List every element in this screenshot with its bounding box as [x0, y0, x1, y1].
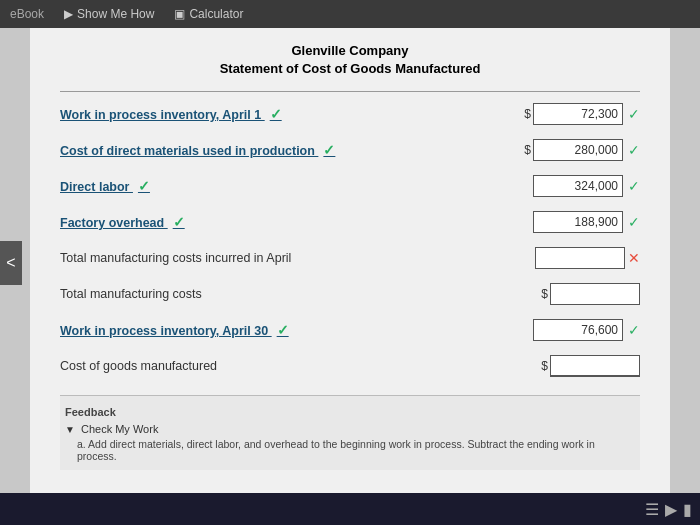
- wip-april30-input-check[interactable]: ✓: [628, 322, 640, 338]
- direct-materials-check[interactable]: ✓: [323, 142, 335, 158]
- wip-april1-input[interactable]: [533, 103, 623, 125]
- triangle-icon: ▼: [65, 424, 75, 435]
- cost-goods-manufactured-row: Cost of goods manufactured $: [60, 352, 640, 380]
- direct-labor-label: Direct labor ✓: [60, 178, 531, 194]
- company-name: Glenville Company: [60, 43, 640, 58]
- wip-april30-input[interactable]: [533, 319, 623, 341]
- factory-overhead-input[interactable]: [533, 211, 623, 233]
- total-mfg-costs-dollar: $: [541, 287, 548, 301]
- taskbar: ☰ ▶ ▮: [0, 493, 700, 525]
- cost-goods-manufactured-input-group: $: [541, 355, 640, 377]
- wip-april1-row: Work in process inventory, April 1 ✓ $ ✓: [60, 100, 640, 128]
- direct-labor-input-group: ✓: [531, 175, 640, 197]
- direct-labor-check[interactable]: ✓: [138, 178, 150, 194]
- wip-april30-label: Work in process inventory, April 30 ✓: [60, 322, 533, 338]
- direct-labor-input-check[interactable]: ✓: [628, 178, 640, 194]
- total-mfg-costs-label: Total manufacturing costs: [60, 287, 541, 301]
- wip-april30-input-group: ✓: [533, 319, 640, 341]
- check-my-work[interactable]: ▼ Check My Work: [65, 423, 635, 435]
- taskbar-network-icon: ☰: [645, 500, 659, 519]
- wip-april1-label: Work in process inventory, April 1 ✓: [60, 106, 524, 122]
- direct-labor-row: Direct labor ✓ ✓: [60, 172, 640, 200]
- factory-overhead-input-group: ✓: [533, 211, 640, 233]
- cost-goods-manufactured-dollar: $: [541, 359, 548, 373]
- toolbar: eBook ▶ Show Me How ▣ Calculator: [0, 0, 700, 28]
- total-mfg-incurred-row: Total manufacturing costs incurred in Ap…: [60, 244, 640, 272]
- taskbar-volume-icon: ▶: [665, 500, 677, 519]
- wip-april1-input-group: $ ✓: [524, 103, 640, 125]
- taskbar-battery-icon: ▮: [683, 500, 692, 519]
- direct-materials-label: Cost of direct materials used in product…: [60, 142, 524, 158]
- cost-goods-manufactured-label: Cost of goods manufactured: [60, 359, 541, 373]
- total-mfg-incurred-input[interactable]: [535, 247, 625, 269]
- feedback-section: Feedback ▼ Check My Work a. Add direct m…: [60, 395, 640, 470]
- video-icon: ▶: [64, 7, 73, 21]
- statement-title: Statement of Cost of Goods Manufactured: [60, 61, 640, 76]
- wip-april1-check[interactable]: ✓: [270, 106, 282, 122]
- main-content: Glenville Company Statement of Cost of G…: [30, 28, 670, 525]
- direct-materials-input[interactable]: [533, 139, 623, 161]
- total-mfg-costs-row: Total manufacturing costs $: [60, 280, 640, 308]
- total-mfg-costs-input[interactable]: [550, 283, 640, 305]
- feedback-title: Feedback: [65, 406, 635, 418]
- calculator-button[interactable]: ▣ Calculator: [174, 7, 243, 21]
- factory-overhead-label: Factory overhead ✓: [60, 214, 533, 230]
- factory-overhead-input-check[interactable]: ✓: [628, 214, 640, 230]
- wip-april1-dollar: $: [524, 107, 531, 121]
- direct-materials-dollar: $: [524, 143, 531, 157]
- wip-april1-input-check[interactable]: ✓: [628, 106, 640, 122]
- sidebar-back-arrow[interactable]: <: [0, 241, 22, 285]
- wip-april30-row: Work in process inventory, April 30 ✓ ✓: [60, 316, 640, 344]
- direct-materials-input-check[interactable]: ✓: [628, 142, 640, 158]
- factory-overhead-row: Factory overhead ✓ ✓: [60, 208, 640, 236]
- total-mfg-incurred-x[interactable]: ✕: [628, 250, 640, 266]
- calculator-icon: ▣: [174, 7, 185, 21]
- total-mfg-costs-input-group: $: [541, 283, 640, 305]
- factory-overhead-check[interactable]: ✓: [173, 214, 185, 230]
- feedback-note-a: a. Add direct materials, direct labor, a…: [77, 438, 635, 462]
- total-mfg-incurred-label: Total manufacturing costs incurred in Ap…: [60, 251, 535, 265]
- top-divider: [60, 91, 640, 92]
- wip-april30-check[interactable]: ✓: [277, 322, 289, 338]
- total-mfg-incurred-input-group: ✕: [535, 247, 640, 269]
- cost-goods-manufactured-input[interactable]: [550, 355, 640, 377]
- ebook-label: eBook: [10, 7, 44, 21]
- direct-labor-input[interactable]: [533, 175, 623, 197]
- direct-materials-row: Cost of direct materials used in product…: [60, 136, 640, 164]
- show-me-how-button[interactable]: ▶ Show Me How: [64, 7, 154, 21]
- direct-materials-input-group: $ ✓: [524, 139, 640, 161]
